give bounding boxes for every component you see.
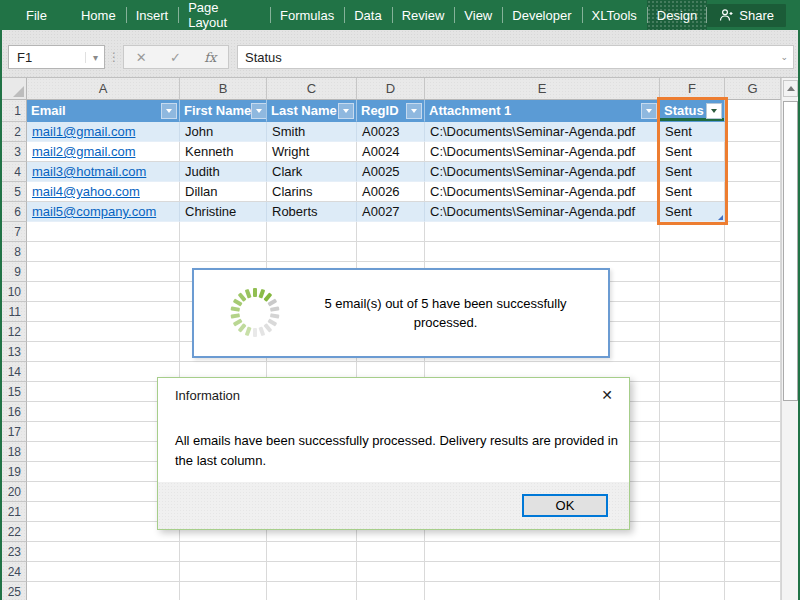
filter-button-first-name[interactable] (251, 103, 267, 119)
formula-input[interactable]: Status ⌄ (237, 45, 794, 69)
column-header-G[interactable]: G (725, 78, 781, 100)
row-header-24[interactable]: 24 (2, 562, 27, 582)
cell-D1[interactable]: RegID (357, 100, 425, 122)
cell-G15[interactable] (725, 382, 781, 402)
cell-A5[interactable]: mail4@yahoo.com (27, 182, 180, 202)
cell-A2[interactable]: mail1@gmail.com (27, 122, 180, 142)
row-header-12[interactable]: 12 (2, 322, 27, 342)
row-header-25[interactable]: 25 (2, 582, 27, 600)
cell-A10[interactable] (27, 282, 180, 302)
row-header-23[interactable]: 23 (2, 542, 27, 562)
row-header-17[interactable]: 17 (2, 422, 27, 442)
cell-E6[interactable]: C:\Documents\Seminar-Agenda.pdf (425, 202, 660, 222)
row-header-11[interactable]: 11 (2, 302, 27, 322)
cell-C1[interactable]: Last Name (267, 100, 357, 122)
cell-F16[interactable] (660, 402, 725, 422)
cell-G1[interactable] (725, 100, 781, 122)
cell-F7[interactable] (660, 222, 725, 242)
cell-G4[interactable] (725, 162, 781, 182)
select-all-corner[interactable] (2, 78, 27, 100)
row-header-16[interactable]: 16 (2, 402, 27, 422)
cell-G2[interactable] (725, 122, 781, 142)
cell-A4[interactable]: mail3@hotmail.com (27, 162, 180, 182)
column-header-D[interactable]: D (357, 78, 425, 100)
cell-F23[interactable] (660, 542, 725, 562)
ribbon-tab-xltools[interactable]: XLTools (582, 0, 647, 30)
cell-G21[interactable] (725, 502, 781, 522)
cell-A6[interactable]: mail5@company.com (27, 202, 180, 222)
ribbon-tab-design[interactable]: Design (647, 0, 707, 30)
column-header-B[interactable]: B (180, 78, 267, 100)
cell-F12[interactable] (660, 322, 725, 342)
share-button[interactable]: Share (707, 4, 786, 27)
ribbon-tab-review[interactable]: Review (392, 0, 455, 30)
cell-G9[interactable] (725, 262, 781, 282)
cell-G8[interactable] (725, 242, 781, 262)
close-icon[interactable]: ✕ (597, 385, 617, 405)
cell-B24[interactable] (180, 562, 267, 582)
cell-A25[interactable] (27, 582, 180, 600)
cell-C4[interactable]: Clark (267, 162, 357, 182)
name-box[interactable]: F1 ▾ (8, 45, 105, 69)
cell-E23[interactable] (425, 542, 660, 562)
cell-F24[interactable] (660, 562, 725, 582)
cell-F18[interactable] (660, 442, 725, 462)
row-header-13[interactable]: 13 (2, 342, 27, 362)
enter-icon[interactable]: ✓ (170, 50, 181, 65)
cell-D6[interactable]: A0027 (357, 202, 425, 222)
ribbon-tab-page-layout[interactable]: Page Layout (178, 0, 270, 30)
cell-D23[interactable] (357, 542, 425, 562)
cell-G6[interactable] (725, 202, 781, 222)
cell-G24[interactable] (725, 562, 781, 582)
row-header-14[interactable]: 14 (2, 362, 27, 382)
cell-C2[interactable]: Smith (267, 122, 357, 142)
row-header-9[interactable]: 9 (2, 262, 27, 282)
cell-B1[interactable]: First Name (180, 100, 267, 122)
cell-G25[interactable] (725, 582, 781, 600)
column-header-F[interactable]: F (660, 78, 725, 100)
cell-G13[interactable] (725, 342, 781, 362)
table-resize-handle[interactable] (718, 215, 723, 220)
row-header-15[interactable]: 15 (2, 382, 27, 402)
cell-E4[interactable]: C:\Documents\Seminar-Agenda.pdf (425, 162, 660, 182)
cell-G10[interactable] (725, 282, 781, 302)
cell-A12[interactable] (27, 322, 180, 342)
cell-G5[interactable] (725, 182, 781, 202)
cell-D5[interactable]: A0026 (357, 182, 425, 202)
row-header-20[interactable]: 20 (2, 482, 27, 502)
cell-F6[interactable]: Sent (660, 202, 725, 222)
cell-E25[interactable] (425, 582, 660, 600)
cell-C8[interactable] (267, 242, 357, 262)
cell-D8[interactable] (357, 242, 425, 262)
cell-F22[interactable] (660, 522, 725, 542)
filter-button-email[interactable] (161, 103, 177, 119)
cell-C3[interactable]: Wright (267, 142, 357, 162)
cell-G3[interactable] (725, 142, 781, 162)
filter-button-status[interactable] (706, 103, 722, 119)
cell-F25[interactable] (660, 582, 725, 600)
cell-A3[interactable]: mail2@gmail.com (27, 142, 180, 162)
cell-F1[interactable]: Status (660, 100, 725, 122)
cell-G12[interactable] (725, 322, 781, 342)
row-header-19[interactable]: 19 (2, 462, 27, 482)
cell-E2[interactable]: C:\Documents\Seminar-Agenda.pdf (425, 122, 660, 142)
ribbon-tab-insert[interactable]: Insert (126, 0, 179, 30)
row-header-1[interactable]: 1 (2, 100, 27, 122)
cell-B4[interactable]: Judith (180, 162, 267, 182)
insert-function-icon[interactable]: fx (204, 50, 216, 65)
cell-F17[interactable] (660, 422, 725, 442)
cell-F8[interactable] (660, 242, 725, 262)
row-header-21[interactable]: 21 (2, 502, 27, 522)
cell-G7[interactable] (725, 222, 781, 242)
cell-F5[interactable]: Sent (660, 182, 725, 202)
cell-B8[interactable] (180, 242, 267, 262)
row-header-7[interactable]: 7 (2, 222, 27, 242)
row-header-4[interactable]: 4 (2, 162, 27, 182)
cell-C24[interactable] (267, 562, 357, 582)
cell-E7[interactable] (425, 222, 660, 242)
name-box-dropdown-icon[interactable]: ▾ (85, 52, 98, 63)
cell-G22[interactable] (725, 522, 781, 542)
cell-G11[interactable] (725, 302, 781, 322)
formula-bar-expand-icon[interactable]: ⌄ (780, 52, 788, 62)
row-header-22[interactable]: 22 (2, 522, 27, 542)
